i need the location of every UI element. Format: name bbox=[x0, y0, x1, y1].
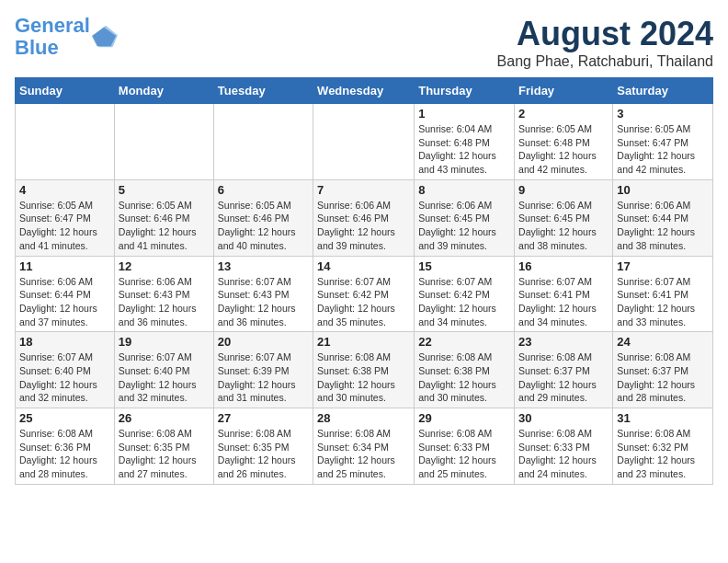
day-number: 6 bbox=[218, 183, 309, 197]
day-info: Sunrise: 6:07 AM Sunset: 6:43 PM Dayligh… bbox=[218, 275, 309, 329]
day-number: 4 bbox=[19, 183, 110, 197]
day-info: Sunrise: 6:05 AM Sunset: 6:47 PM Dayligh… bbox=[617, 122, 709, 177]
day-info: Sunrise: 6:05 AM Sunset: 6:47 PM Dayligh… bbox=[19, 199, 110, 253]
day-number: 20 bbox=[218, 335, 309, 349]
calendar-cell: 24Sunrise: 6:08 AM Sunset: 6:37 PM Dayli… bbox=[613, 332, 713, 408]
day-number: 24 bbox=[617, 335, 709, 349]
calendar-cell: 5Sunrise: 6:05 AM Sunset: 6:46 PM Daylig… bbox=[114, 179, 213, 256]
calendar-week-1: 1Sunrise: 6:04 AM Sunset: 6:48 PM Daylig… bbox=[16, 104, 713, 180]
day-info: Sunrise: 6:07 AM Sunset: 6:40 PM Dayligh… bbox=[119, 350, 210, 405]
day-info: Sunrise: 6:06 AM Sunset: 6:44 PM Dayligh… bbox=[617, 199, 709, 253]
day-info: Sunrise: 6:08 AM Sunset: 6:33 PM Dayligh… bbox=[418, 427, 510, 481]
day-info: Sunrise: 6:05 AM Sunset: 6:46 PM Dayligh… bbox=[218, 199, 309, 253]
day-info: Sunrise: 6:08 AM Sunset: 6:37 PM Dayligh… bbox=[518, 350, 609, 405]
day-number: 22 bbox=[418, 335, 510, 349]
page-title: August 2024 bbox=[497, 15, 713, 53]
day-number: 15 bbox=[418, 259, 510, 273]
page-subtitle: Bang Phae, Ratchaburi, Thailand bbox=[497, 53, 713, 70]
weekday-header-saturday: Saturday bbox=[613, 78, 713, 104]
day-info: Sunrise: 6:04 AM Sunset: 6:48 PM Dayligh… bbox=[418, 122, 510, 177]
day-number: 29 bbox=[418, 411, 510, 425]
day-number: 31 bbox=[617, 411, 709, 425]
day-number: 27 bbox=[218, 411, 309, 425]
calendar-cell: 27Sunrise: 6:08 AM Sunset: 6:35 PM Dayli… bbox=[213, 408, 313, 485]
weekday-header-row: SundayMondayTuesdayWednesdayThursdayFrid… bbox=[16, 78, 713, 104]
day-info: Sunrise: 6:08 AM Sunset: 6:37 PM Dayligh… bbox=[617, 350, 709, 405]
weekday-header-sunday: Sunday bbox=[16, 78, 115, 104]
calendar-cell: 6Sunrise: 6:05 AM Sunset: 6:46 PM Daylig… bbox=[213, 179, 313, 256]
calendar-body: 1Sunrise: 6:04 AM Sunset: 6:48 PM Daylig… bbox=[16, 104, 713, 485]
calendar-cell bbox=[114, 104, 213, 180]
day-info: Sunrise: 6:08 AM Sunset: 6:35 PM Dayligh… bbox=[119, 427, 210, 481]
day-info: Sunrise: 6:05 AM Sunset: 6:46 PM Dayligh… bbox=[119, 199, 210, 253]
day-number: 14 bbox=[317, 259, 410, 273]
day-info: Sunrise: 6:06 AM Sunset: 6:44 PM Dayligh… bbox=[19, 275, 110, 329]
calendar-cell bbox=[313, 104, 415, 180]
calendar-cell: 4Sunrise: 6:05 AM Sunset: 6:47 PM Daylig… bbox=[16, 179, 115, 256]
day-number: 28 bbox=[317, 411, 410, 425]
day-info: Sunrise: 6:08 AM Sunset: 6:34 PM Dayligh… bbox=[317, 427, 410, 481]
calendar-week-2: 4Sunrise: 6:05 AM Sunset: 6:47 PM Daylig… bbox=[16, 179, 713, 256]
calendar-cell: 8Sunrise: 6:06 AM Sunset: 6:45 PM Daylig… bbox=[415, 179, 515, 256]
day-number: 9 bbox=[518, 183, 609, 197]
day-info: Sunrise: 6:06 AM Sunset: 6:45 PM Dayligh… bbox=[418, 199, 510, 253]
calendar-cell: 10Sunrise: 6:06 AM Sunset: 6:44 PM Dayli… bbox=[613, 179, 713, 256]
day-info: Sunrise: 6:07 AM Sunset: 6:41 PM Dayligh… bbox=[617, 275, 709, 329]
calendar-cell: 30Sunrise: 6:08 AM Sunset: 6:33 PM Dayli… bbox=[515, 408, 613, 485]
calendar-cell: 13Sunrise: 6:07 AM Sunset: 6:43 PM Dayli… bbox=[213, 256, 313, 332]
calendar-cell: 16Sunrise: 6:07 AM Sunset: 6:41 PM Dayli… bbox=[515, 256, 613, 332]
calendar-cell: 23Sunrise: 6:08 AM Sunset: 6:37 PM Dayli… bbox=[515, 332, 613, 408]
day-number: 23 bbox=[518, 335, 609, 349]
day-number: 3 bbox=[617, 107, 709, 121]
day-info: Sunrise: 6:05 AM Sunset: 6:48 PM Dayligh… bbox=[518, 122, 609, 177]
calendar-cell: 2Sunrise: 6:05 AM Sunset: 6:48 PM Daylig… bbox=[515, 104, 613, 180]
day-info: Sunrise: 6:07 AM Sunset: 6:41 PM Dayligh… bbox=[518, 275, 609, 329]
day-number: 13 bbox=[218, 259, 309, 273]
day-info: Sunrise: 6:07 AM Sunset: 6:39 PM Dayligh… bbox=[218, 350, 309, 405]
day-info: Sunrise: 6:06 AM Sunset: 6:45 PM Dayligh… bbox=[518, 199, 609, 253]
page-header: General Blue August 2024 Bang Phae, Ratc… bbox=[15, 15, 713, 70]
logo: General Blue bbox=[15, 15, 118, 59]
day-number: 17 bbox=[617, 259, 709, 273]
calendar-table: SundayMondayTuesdayWednesdayThursdayFrid… bbox=[15, 77, 713, 485]
day-number: 12 bbox=[119, 259, 210, 273]
day-number: 25 bbox=[19, 411, 110, 425]
calendar-cell: 25Sunrise: 6:08 AM Sunset: 6:36 PM Dayli… bbox=[16, 408, 115, 485]
weekday-header-wednesday: Wednesday bbox=[313, 78, 415, 104]
day-info: Sunrise: 6:08 AM Sunset: 6:36 PM Dayligh… bbox=[19, 427, 110, 481]
calendar-cell: 20Sunrise: 6:07 AM Sunset: 6:39 PM Dayli… bbox=[213, 332, 313, 408]
calendar-cell: 9Sunrise: 6:06 AM Sunset: 6:45 PM Daylig… bbox=[515, 179, 613, 256]
day-number: 1 bbox=[418, 107, 510, 121]
logo-icon bbox=[92, 24, 118, 50]
calendar-cell: 3Sunrise: 6:05 AM Sunset: 6:47 PM Daylig… bbox=[613, 104, 713, 180]
calendar-cell: 21Sunrise: 6:08 AM Sunset: 6:38 PM Dayli… bbox=[313, 332, 415, 408]
day-number: 11 bbox=[19, 259, 110, 273]
calendar-cell: 14Sunrise: 6:07 AM Sunset: 6:42 PM Dayli… bbox=[313, 256, 415, 332]
day-number: 21 bbox=[317, 335, 410, 349]
calendar-cell: 7Sunrise: 6:06 AM Sunset: 6:46 PM Daylig… bbox=[313, 179, 415, 256]
day-number: 10 bbox=[617, 183, 709, 197]
day-number: 16 bbox=[518, 259, 609, 273]
calendar-week-5: 25Sunrise: 6:08 AM Sunset: 6:36 PM Dayli… bbox=[16, 408, 713, 485]
calendar-cell: 29Sunrise: 6:08 AM Sunset: 6:33 PM Dayli… bbox=[415, 408, 515, 485]
day-number: 26 bbox=[119, 411, 210, 425]
day-info: Sunrise: 6:08 AM Sunset: 6:38 PM Dayligh… bbox=[418, 350, 510, 405]
calendar-cell bbox=[16, 104, 115, 180]
calendar-cell: 19Sunrise: 6:07 AM Sunset: 6:40 PM Dayli… bbox=[114, 332, 213, 408]
day-number: 19 bbox=[119, 335, 210, 349]
calendar-cell: 22Sunrise: 6:08 AM Sunset: 6:38 PM Dayli… bbox=[415, 332, 515, 408]
day-number: 30 bbox=[518, 411, 609, 425]
calendar-week-4: 18Sunrise: 6:07 AM Sunset: 6:40 PM Dayli… bbox=[16, 332, 713, 408]
logo-text: General Blue bbox=[15, 15, 90, 59]
day-number: 18 bbox=[19, 335, 110, 349]
day-info: Sunrise: 6:06 AM Sunset: 6:43 PM Dayligh… bbox=[119, 275, 210, 329]
day-info: Sunrise: 6:08 AM Sunset: 6:35 PM Dayligh… bbox=[218, 427, 309, 481]
calendar-cell bbox=[213, 104, 313, 180]
day-number: 5 bbox=[119, 183, 210, 197]
day-number: 8 bbox=[418, 183, 510, 197]
calendar-cell: 1Sunrise: 6:04 AM Sunset: 6:48 PM Daylig… bbox=[415, 104, 515, 180]
weekday-header-thursday: Thursday bbox=[415, 78, 515, 104]
day-info: Sunrise: 6:06 AM Sunset: 6:46 PM Dayligh… bbox=[317, 199, 410, 253]
day-number: 2 bbox=[518, 107, 609, 121]
title-area: August 2024 Bang Phae, Ratchaburi, Thail… bbox=[497, 15, 713, 70]
